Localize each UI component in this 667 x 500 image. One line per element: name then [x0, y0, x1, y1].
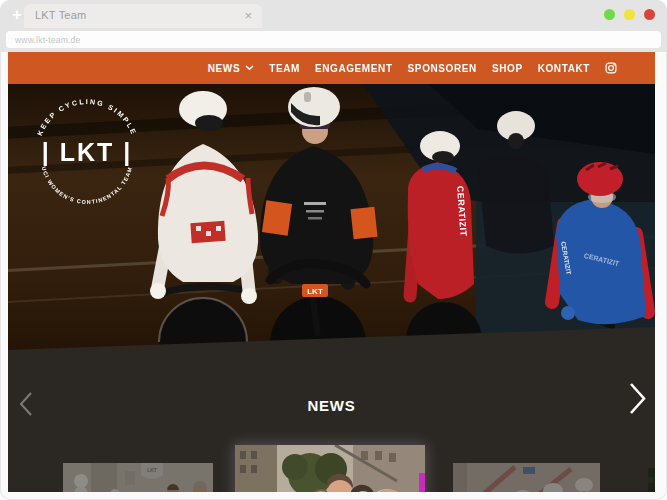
svg-text:KEEP CYCLING SIMPLE: KEEP CYCLING SIMPLE: [36, 98, 138, 137]
close-light[interactable]: [644, 9, 655, 20]
instagram-icon: [605, 62, 617, 74]
nav-item-shop[interactable]: SHOP: [492, 63, 523, 74]
maximize-light[interactable]: [624, 9, 635, 20]
tab-close-icon[interactable]: ×: [244, 8, 252, 23]
carousel-prev-button[interactable]: [18, 391, 34, 417]
browser-chrome: + LKT Team × www.lkt-team.de: [0, 0, 667, 52]
lkt-team-logo: KEEP CYCLING SIMPLE UCI WOMEN'S CONTINEN…: [8, 84, 167, 232]
news-section: NEWS LKT: [8, 327, 655, 492]
nav-item-engagement[interactable]: ENGAGEMENT: [315, 63, 393, 74]
chevron-left-icon: [21, 393, 31, 415]
news-thumbnail-partial[interactable]: [648, 468, 655, 492]
nav-item-news[interactable]: NEWS: [208, 63, 254, 74]
nav-item-kontakt[interactable]: KONTAKT: [538, 63, 590, 74]
thumbnail-badge-text: LKT: [147, 467, 157, 473]
browser-tab[interactable]: LKT Team ×: [24, 4, 262, 28]
news-thumbnail-team-helmets[interactable]: [453, 463, 600, 492]
site-viewport: NEWS TEAM ENGAGEMENT SPONSOREN SHOP KONT…: [8, 52, 655, 492]
logo-arc-bottom-text: UCI WOMEN'S CONTINENTAL TEAM: [41, 166, 133, 205]
chevron-right-icon: [631, 384, 644, 413]
window-controls: [604, 9, 655, 20]
tab-title: LKT Team: [35, 9, 86, 21]
svg-text:UCI WOMEN'S CONTINENTAL TEAM: UCI WOMEN'S CONTINENTAL TEAM: [41, 166, 133, 205]
nav-item-sponsoren[interactable]: SPONSOREN: [408, 63, 477, 74]
site-navigation: NEWS TEAM ENGAGEMENT SPONSOREN SHOP KONT…: [8, 52, 655, 84]
hero-image: LKT CERATIZIT: [8, 84, 655, 350]
url-text: www.lkt-team.de: [15, 35, 80, 45]
news-thumbnail-group-selfie[interactable]: [235, 445, 425, 492]
handlebar-plate-text: LKT: [307, 287, 323, 296]
logo-center-text: | LKT |: [42, 138, 132, 166]
logo-arc-top-text: KEEP CYCLING SIMPLE: [36, 98, 138, 137]
news-heading: NEWS: [8, 397, 655, 414]
nav-item-news-label: NEWS: [208, 63, 240, 74]
news-thumbnail-indoor-event[interactable]: LKT: [63, 463, 213, 492]
nav-item-team[interactable]: TEAM: [269, 63, 300, 74]
chevron-down-icon: [245, 65, 254, 71]
address-bar[interactable]: www.lkt-team.de: [6, 31, 661, 48]
instagram-link[interactable]: [605, 62, 617, 74]
browser-window: + LKT Team × www.lkt-team.de NEWS TEAM E…: [0, 0, 667, 500]
carousel-next-button[interactable]: [628, 382, 648, 415]
minimize-light[interactable]: [604, 9, 615, 20]
